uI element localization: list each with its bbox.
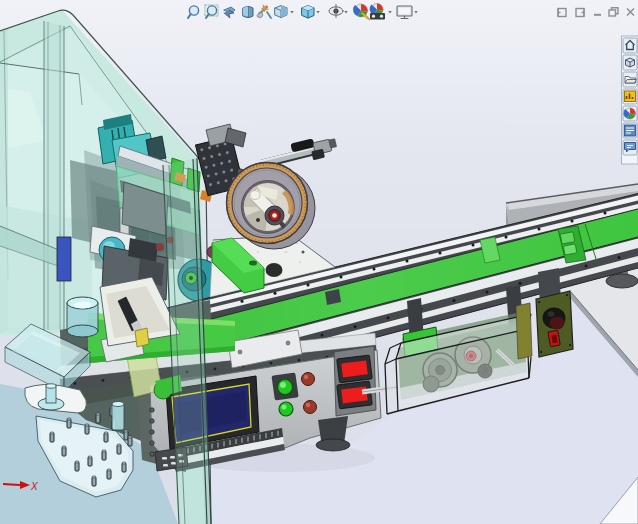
svg-text:X: X	[30, 481, 38, 492]
